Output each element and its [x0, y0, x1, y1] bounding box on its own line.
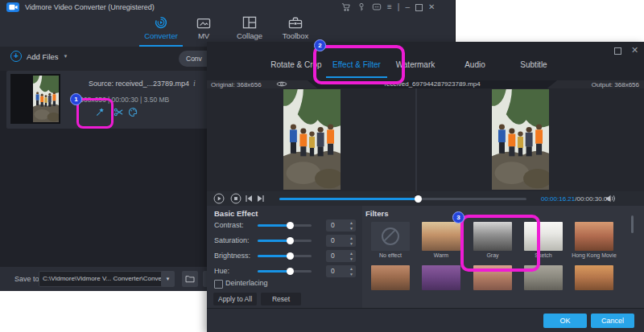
eye-icon[interactable]	[276, 80, 287, 88]
dialog-close-icon[interactable]: ✕	[631, 46, 638, 54]
filter-hong-kong-movie[interactable]	[575, 222, 613, 251]
video-thumbnail	[10, 74, 60, 124]
key-icon[interactable]	[357, 2, 366, 12]
collage-icon	[227, 16, 272, 29]
slider-thumb[interactable]	[287, 268, 294, 275]
time-current: 00:00:16.21	[541, 195, 575, 203]
next-frame-icon[interactable]	[257, 195, 265, 203]
minimize-icon[interactable]: –	[405, 3, 410, 11]
hue-stepper[interactable]: 0▲▼	[326, 265, 356, 277]
add-files-button[interactable]: + Add Files ▼	[10, 51, 68, 62]
brightness-slider[interactable]	[258, 255, 312, 257]
deinterlacing-checkbox[interactable]	[214, 280, 223, 289]
stepper-arrows-icon[interactable]: ▲▼	[349, 266, 353, 277]
filter-thumbnail[interactable]	[371, 265, 410, 290]
seek-slider[interactable]	[279, 198, 526, 200]
open-folder-button[interactable]	[182, 271, 198, 287]
tab-collage-label: Collage	[227, 31, 272, 40]
step2-badge: 2	[314, 39, 326, 51]
mv-icon	[182, 16, 225, 29]
cut-icon[interactable]	[114, 107, 124, 117]
preview-info-row: received_697944287923789.mp4 Original: 3…	[207, 80, 644, 88]
tab-converter-label: Converter	[138, 31, 184, 40]
slider-thumb[interactable]	[287, 237, 294, 244]
chevron-down-icon: ▼	[64, 54, 68, 59]
brightness-value: 0	[331, 252, 335, 260]
filter-warm[interactable]	[422, 222, 460, 251]
contrast-value: 0	[331, 221, 335, 229]
stepper-arrows-icon[interactable]: ▲▼	[349, 251, 353, 261]
save-path-dropdown[interactable]: ▼	[161, 271, 175, 287]
play-icon[interactable]	[213, 193, 225, 204]
dialog-tab-audio[interactable]: Audio	[443, 60, 507, 69]
output-size-label: Output: 368x656	[592, 81, 639, 88]
tab-toolbox-label: Toolbox	[272, 31, 319, 40]
step3-highlight-box	[460, 215, 540, 272]
dialog-tab-subtitle[interactable]: Subtitle	[502, 60, 566, 69]
app-logo-icon	[6, 2, 19, 12]
prev-frame-icon[interactable]	[245, 195, 253, 203]
filter-thumbnail[interactable]	[575, 265, 613, 290]
info-icon[interactable]: i	[193, 79, 196, 88]
reset-button[interactable]: Reset	[261, 293, 301, 305]
saturation-value: 0	[331, 236, 335, 244]
seek-progress	[279, 198, 418, 200]
contrast-row: Contrast: 0▲▼	[207, 219, 362, 232]
stepper-arrows-icon[interactable]: ▲▼	[349, 220, 353, 231]
slider-fill	[258, 255, 290, 257]
titlebar-separator: |	[398, 3, 400, 11]
saturation-stepper[interactable]: 0▲▼	[326, 235, 356, 247]
filters-title: Filters	[365, 209, 389, 218]
filter-thumbnail[interactable]	[422, 265, 460, 290]
save-path-input[interactable]: C:\Vidmore\Vidmore V... Converter\Conver…	[39, 271, 167, 287]
hue-slider[interactable]	[258, 270, 312, 273]
titlebar-actions: ≡ | – ✕	[341, 0, 435, 14]
filters-scrollbar[interactable]	[631, 215, 634, 233]
contrast-slider[interactable]	[258, 224, 312, 227]
playback-controls: 00:00:16.21/00:00:30.06	[207, 191, 644, 206]
tab-converter[interactable]: Converter	[138, 16, 184, 47]
filter-no-effect[interactable]	[371, 222, 410, 251]
stepper-arrows-icon[interactable]: ▲▼	[349, 236, 353, 246]
feedback-icon[interactable]	[372, 2, 382, 12]
original-preview	[283, 89, 341, 190]
prohibition-icon	[382, 227, 399, 245]
hue-value: 0	[331, 267, 335, 275]
plus-icon: +	[10, 51, 22, 62]
filter-label: No effect	[365, 252, 415, 258]
cart-icon[interactable]	[341, 2, 351, 12]
dialog-maximize-icon[interactable]	[614, 47, 621, 55]
step2-highlight-box	[313, 45, 405, 84]
time-display: 00:00:16.21/00:00:30.06	[541, 195, 611, 203]
ok-button[interactable]: OK	[543, 314, 587, 328]
close-icon[interactable]: ✕	[428, 3, 435, 11]
saturation-label: Saturation:	[214, 236, 250, 244]
contrast-stepper[interactable]: 0▲▼	[326, 219, 356, 232]
stop-icon[interactable]	[230, 193, 242, 204]
filter-label: Warm	[416, 252, 466, 258]
volume-icon[interactable]	[605, 194, 616, 203]
slider-fill	[258, 270, 290, 273]
slider-thumb[interactable]	[287, 252, 294, 260]
deinterlacing-label: Deinterlacing	[225, 279, 268, 287]
tab-mv-label: MV	[182, 31, 225, 40]
basic-effect-panel: Basic Effect Contrast: 0▲▼ Saturation: 0…	[207, 206, 362, 308]
maximize-icon[interactable]	[415, 4, 423, 11]
saturation-row: Saturation: 0▲▼	[207, 234, 362, 247]
seek-thumb[interactable]	[415, 195, 422, 203]
slider-thumb[interactable]	[287, 222, 294, 229]
palette-icon[interactable]	[128, 107, 138, 117]
brightness-stepper[interactable]: 0▲▼	[326, 250, 356, 262]
file-source-name: Source: received_...23789.mp4 i	[89, 79, 196, 88]
add-files-label: Add Files	[27, 52, 59, 61]
step1-badge: 1	[70, 93, 82, 105]
screen: Vidmore Video Converter (Unregistered) ≡…	[0, 0, 644, 332]
saturation-slider[interactable]	[258, 240, 312, 242]
step1-highlight-box	[76, 98, 114, 129]
cancel-button[interactable]: Cancel	[591, 314, 634, 328]
brightness-label: Brightness:	[214, 252, 250, 260]
apply-to-all-button[interactable]: Apply to All	[213, 293, 257, 305]
main-titlebar: Vidmore Video Converter (Unregistered) ≡…	[0, 0, 455, 14]
step3-badge: 3	[452, 211, 464, 223]
menu-icon[interactable]: ≡	[387, 3, 392, 11]
